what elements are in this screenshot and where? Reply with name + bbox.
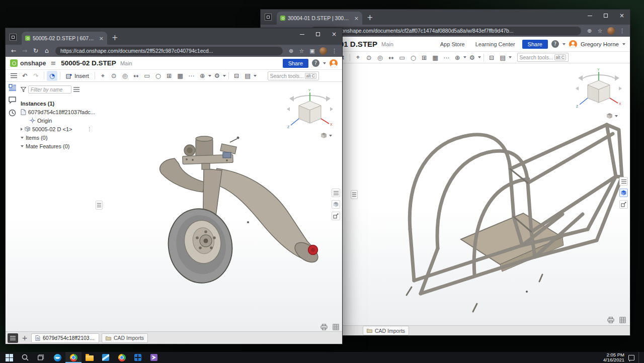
row-menu-icon[interactable]: ⋮ <box>87 126 92 132</box>
profile-avatar[interactable] <box>607 27 615 35</box>
close-tab-icon[interactable]: × <box>354 16 359 21</box>
parts-list-icon[interactable] <box>9 84 16 91</box>
taskbar-chrome-icon[interactable] <box>65 352 82 363</box>
feature-list-toggle-icon[interactable] <box>619 177 628 186</box>
feature-list-toggle-icon[interactable] <box>332 189 340 197</box>
back-icon[interactable]: ← <box>9 48 19 54</box>
share-button[interactable]: Share <box>522 40 548 49</box>
panel-toggle-icon[interactable] <box>351 190 358 199</box>
view-options-icon[interactable] <box>320 132 332 139</box>
user-avatar[interactable] <box>330 59 338 67</box>
onshape-logo[interactable] <box>10 59 18 67</box>
chevron-down-icon[interactable] <box>323 62 326 64</box>
minimize-button[interactable] <box>294 28 310 40</box>
tree-item-origin[interactable]: Origin <box>21 116 95 125</box>
planar-mate-icon[interactable]: ▭ <box>142 71 152 81</box>
chevron-down-icon[interactable] <box>615 115 618 117</box>
insert-button[interactable]: Insert <box>63 72 92 79</box>
slider-mate-icon[interactable]: ↔ <box>131 71 141 81</box>
ball-mate-icon[interactable]: ○ <box>408 52 419 62</box>
close-tab-icon[interactable]: × <box>99 36 104 41</box>
browser-menu-icon[interactable]: ⋮ <box>617 28 627 34</box>
action-center-icon[interactable] <box>628 355 634 360</box>
tab-cad-imports[interactable]: CAD Imports <box>363 326 409 335</box>
close-button[interactable]: × <box>614 10 630 22</box>
user-avatar[interactable] <box>569 40 577 48</box>
collapse-icon[interactable] <box>21 137 24 139</box>
tab-assembly[interactable]: 6079d754c18ff21037fa... <box>31 333 99 343</box>
show-desktop-button[interactable] <box>638 352 641 363</box>
browser-menu-icon[interactable]: ⋮ <box>330 48 339 54</box>
home-icon[interactable]: ⌂ <box>42 48 52 54</box>
snapshot-icon[interactable]: ⊕ <box>452 52 463 62</box>
taskbar-visual-studio-icon[interactable] <box>146 352 162 363</box>
task-view-button[interactable] <box>33 352 49 363</box>
new-tab-button[interactable]: + <box>367 14 373 22</box>
assembly-canvas[interactable]: Instances (1) 6079d754c18ff21037fadc... … <box>6 82 342 331</box>
browser-tab[interactable]: 50005-02 D.STEP | 6079d754c18 × <box>22 32 107 45</box>
comments-icon[interactable] <box>9 97 16 104</box>
install-icon[interactable]: ⊕ <box>585 28 594 34</box>
sync-icon[interactable]: ◔ <box>47 71 57 81</box>
search-tools[interactable]: alt C <box>517 53 569 62</box>
minimize-button[interactable] <box>582 10 598 22</box>
mate-icon[interactable]: ⌖ <box>98 71 108 81</box>
fastened-mate-icon[interactable]: ⊙ <box>109 71 119 81</box>
address-bar[interactable]: https://cad.onshape.com/documents/2ff522… <box>55 47 283 55</box>
chevron-down-icon[interactable] <box>208 75 211 77</box>
fastened-mate-icon[interactable]: ⊙ <box>364 52 374 62</box>
tab-manager-icon[interactable] <box>8 333 18 343</box>
redo-icon[interactable]: ↷ <box>31 71 41 81</box>
help-icon[interactable]: ? <box>551 40 559 48</box>
printer-icon[interactable] <box>607 317 614 323</box>
revolute-mate-icon[interactable]: ◎ <box>120 71 130 81</box>
tree-item-part[interactable]: 50005-02 D <1> ⋮ <box>21 125 95 133</box>
section-view-icon[interactable]: ⊟ <box>231 71 242 81</box>
expand-icon[interactable] <box>21 128 23 131</box>
taskbar-vscode-icon[interactable] <box>98 352 114 363</box>
undo-icon[interactable]: ↶ <box>20 71 30 81</box>
refresh-icon[interactable]: ↻ <box>31 48 41 54</box>
forward-icon[interactable]: → <box>20 48 30 54</box>
named-views-icon[interactable]: ▤ <box>243 71 253 81</box>
chevron-down-icon[interactable] <box>254 75 257 77</box>
workspace-name[interactable]: Main <box>120 60 132 66</box>
taskbar-edge-icon[interactable] <box>49 352 65 363</box>
chevron-down-icon[interactable] <box>622 43 625 45</box>
group-icon[interactable]: ⊞ <box>164 71 175 81</box>
new-tab-button[interactable]: + <box>112 34 118 42</box>
search-tools[interactable]: alt C <box>268 71 319 80</box>
panel-toggle-icon[interactable] <box>96 201 103 210</box>
printer-icon[interactable] <box>320 324 328 330</box>
grid-icon[interactable] <box>333 324 339 330</box>
chevron-down-icon[interactable] <box>329 135 332 137</box>
share-button[interactable]: Share <box>283 59 308 68</box>
list-view-icon[interactable] <box>73 87 79 92</box>
slider-mate-icon[interactable]: ↔ <box>386 52 396 62</box>
toolbar-panels-icon[interactable] <box>9 71 19 81</box>
titlebar[interactable]: 30004-01 D.STEP | 30004 D × + × <box>261 10 630 25</box>
tree-item-document[interactable]: 6079d754c18ff21037fadc... <box>21 108 95 116</box>
side-panel-icon[interactable]: ▣ <box>307 48 317 54</box>
display-states-icon[interactable] <box>619 189 628 197</box>
close-button[interactable]: × <box>326 28 342 40</box>
help-icon[interactable]: ? <box>312 59 319 67</box>
learning-center-button[interactable]: Learning Center <box>472 40 519 49</box>
view-options-icon[interactable] <box>606 113 618 119</box>
assembly-settings-icon[interactable]: ⚙ <box>467 52 477 62</box>
search-tools-input[interactable] <box>270 73 303 79</box>
assembly-settings-icon[interactable]: ⚙ <box>212 71 222 81</box>
history-icon[interactable] <box>9 109 16 117</box>
taskbar-file-explorer-icon[interactable] <box>82 352 98 363</box>
planar-mate-icon[interactable]: ▭ <box>397 52 408 62</box>
main-menu-icon[interactable]: ≡ <box>50 60 56 66</box>
ball-mate-icon[interactable]: ○ <box>153 71 164 81</box>
filter-input[interactable] <box>28 85 71 94</box>
chevron-down-icon[interactable] <box>562 43 566 45</box>
linear-pattern-icon[interactable]: ▦ <box>430 52 441 62</box>
workspace-name[interactable]: Main <box>381 41 393 47</box>
taskbar-photos-icon[interactable] <box>130 352 146 363</box>
revolute-mate-icon[interactable]: ◎ <box>375 52 385 62</box>
maximize-button[interactable] <box>598 10 614 22</box>
tree-group-items[interactable]: Items (0) <box>21 133 95 142</box>
